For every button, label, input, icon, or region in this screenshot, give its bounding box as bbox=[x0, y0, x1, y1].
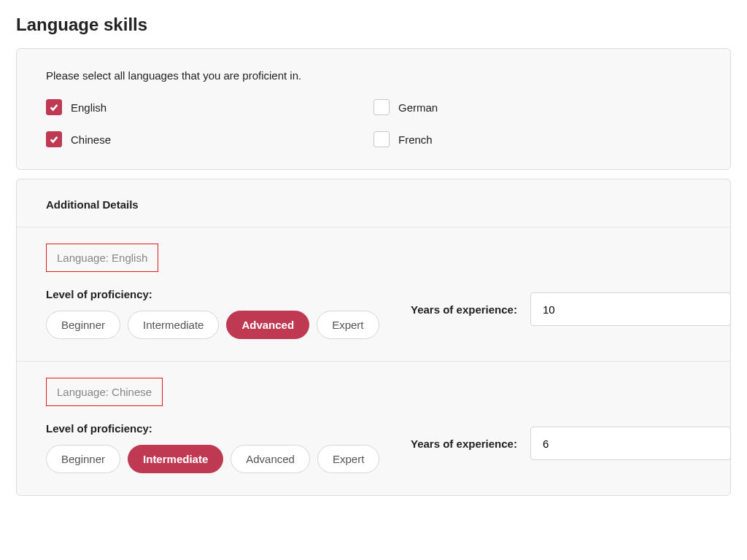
language-detail-block: Language: ChineseLevel of proficiency:Be… bbox=[17, 362, 730, 495]
language-tag: Language: Chinese bbox=[46, 378, 163, 406]
page-title: Language skills bbox=[16, 15, 731, 35]
proficiency-option-intermediate[interactable]: Intermediate bbox=[128, 445, 223, 473]
language-option: German bbox=[374, 99, 701, 115]
proficiency-options: BeginnerIntermediateAdvancedExpert bbox=[46, 311, 382, 339]
language-option: Chinese bbox=[46, 131, 374, 147]
checkbox-french[interactable] bbox=[374, 131, 390, 147]
proficiency-options: BeginnerIntermediateAdvancedExpert bbox=[46, 445, 382, 473]
proficiency-option-advanced[interactable]: Advanced bbox=[226, 311, 309, 339]
additional-details-panel: Additional Details Language: EnglishLeve… bbox=[16, 179, 731, 496]
check-icon bbox=[49, 102, 59, 112]
language-detail-row: Level of proficiency:BeginnerIntermediat… bbox=[46, 288, 701, 339]
proficiency-section: Level of proficiency:BeginnerIntermediat… bbox=[46, 422, 382, 473]
checkbox-german[interactable] bbox=[374, 99, 390, 115]
proficiency-label: Level of proficiency: bbox=[46, 288, 382, 300]
checkbox-label: English bbox=[71, 101, 107, 114]
language-checkbox-grid: EnglishChinese GermanFrench bbox=[46, 99, 701, 147]
language-detail-block: Language: EnglishLevel of proficiency:Be… bbox=[17, 228, 730, 362]
years-input[interactable] bbox=[530, 292, 731, 326]
language-select-panel: Please select all languages that you are… bbox=[16, 48, 731, 170]
check-icon bbox=[49, 134, 59, 144]
proficiency-option-expert[interactable]: Expert bbox=[317, 445, 379, 473]
years-section: Years of experience: bbox=[411, 422, 731, 460]
additional-details-header: Additional Details bbox=[17, 179, 730, 228]
proficiency-section: Level of proficiency:BeginnerIntermediat… bbox=[46, 288, 382, 339]
proficiency-option-intermediate[interactable]: Intermediate bbox=[128, 311, 219, 339]
checkbox-chinese[interactable] bbox=[46, 131, 62, 147]
checkbox-label: German bbox=[398, 101, 438, 114]
proficiency-option-advanced[interactable]: Advanced bbox=[231, 445, 310, 473]
language-detail-row: Level of proficiency:BeginnerIntermediat… bbox=[46, 422, 701, 473]
checkbox-label: French bbox=[398, 133, 433, 146]
proficiency-option-expert[interactable]: Expert bbox=[317, 311, 379, 339]
proficiency-option-beginner[interactable]: Beginner bbox=[46, 445, 120, 473]
language-tag: Language: English bbox=[46, 244, 158, 272]
language-option: French bbox=[374, 131, 701, 147]
years-section: Years of experience: bbox=[411, 288, 731, 326]
language-option: English bbox=[46, 99, 374, 115]
years-input[interactable] bbox=[530, 427, 731, 460]
checkbox-english[interactable] bbox=[46, 99, 62, 115]
instruction-text: Please select all languages that you are… bbox=[46, 69, 701, 82]
checkbox-label: Chinese bbox=[71, 133, 111, 146]
proficiency-label: Level of proficiency: bbox=[46, 422, 382, 435]
years-label: Years of experience: bbox=[411, 438, 517, 450]
proficiency-option-beginner[interactable]: Beginner bbox=[46, 311, 120, 339]
years-label: Years of experience: bbox=[411, 303, 517, 316]
